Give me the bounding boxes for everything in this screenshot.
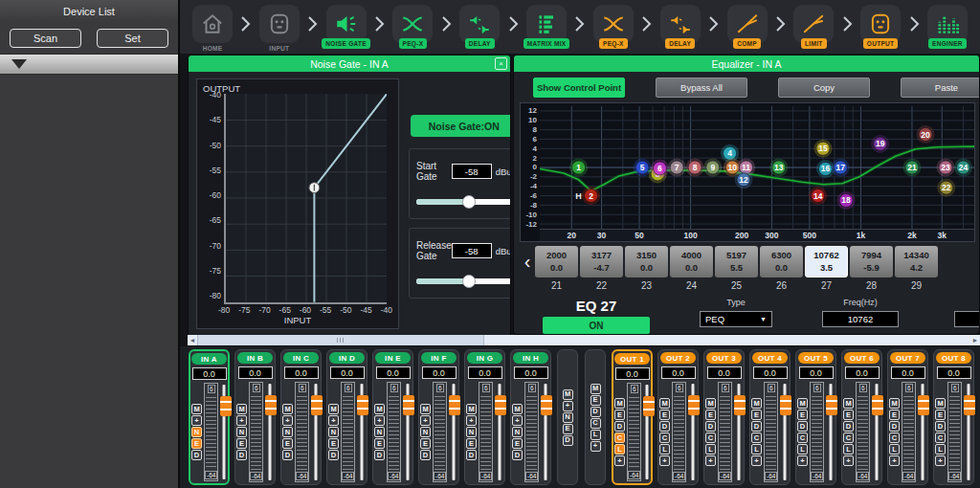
channel-button-l[interactable]: L xyxy=(659,444,670,455)
channel-button-n[interactable]: N xyxy=(282,427,293,437)
channel-button-e[interactable]: E xyxy=(659,410,670,420)
fader-handle[interactable] xyxy=(780,395,791,415)
eq-point-18[interactable]: 18 xyxy=(837,191,856,210)
channel-gain-value[interactable]: 0.0 xyxy=(707,366,742,379)
channel-button-n[interactable]: N xyxy=(328,427,339,437)
toolbar-item-enginer[interactable]: ENGINER xyxy=(924,5,970,49)
channel-button-d[interactable]: D xyxy=(659,421,670,432)
eq-band-26[interactable]: 63000.026 xyxy=(760,246,803,291)
master-strip-in[interactable]: M+NED xyxy=(557,349,578,485)
channel-button-m[interactable]: M xyxy=(236,404,247,414)
eq-point-8[interactable]: 8 xyxy=(686,159,704,177)
eq-point-20[interactable]: 20 xyxy=(917,125,935,144)
close-icon[interactable]: × xyxy=(495,57,507,70)
channel-strip-in-f[interactable]: IN F0.0M+NED6-64 xyxy=(418,349,459,485)
channel-button-c[interactable]: C xyxy=(614,433,625,443)
eq-point-24[interactable]: 24 xyxy=(954,159,972,177)
eq-point-14[interactable]: 14 xyxy=(809,187,827,205)
scan-button[interactable]: Scan xyxy=(10,29,81,48)
slider-thumb[interactable] xyxy=(462,195,476,209)
channel-button-l[interactable]: L xyxy=(797,444,808,455)
channel-button-d[interactable]: D xyxy=(282,450,293,460)
channel-button-e[interactable]: E xyxy=(751,410,762,420)
toolbar-item-noise-gate[interactable]: NOISE GATE xyxy=(323,5,369,49)
fader-handle[interactable] xyxy=(872,395,883,415)
channel-button-l[interactable]: L xyxy=(705,444,716,455)
gate-threshold-point[interactable] xyxy=(309,183,320,193)
channel-button-e[interactable]: E xyxy=(374,438,385,449)
channel-gain-value[interactable]: 0.0 xyxy=(891,366,925,379)
bypass-all-button[interactable]: Bypass All xyxy=(656,78,747,98)
eq-freq-input[interactable]: 10762 xyxy=(822,311,899,327)
fader-track[interactable] xyxy=(495,382,503,482)
channel-gain-value[interactable]: 0.0 xyxy=(284,366,319,379)
channel-strip-in-h[interactable]: IN H0.0M+NED6-64 xyxy=(510,349,551,485)
channel-button-plus[interactable]: + xyxy=(935,455,946,466)
fader-track[interactable] xyxy=(403,382,412,482)
eq-band-cell[interactable]: 143404.2 xyxy=(895,246,938,277)
toolbar-item-delay[interactable]: DELAY xyxy=(457,5,502,49)
channel-button-e[interactable]: E xyxy=(590,395,601,406)
eq-band-22[interactable]: 3177-4.722 xyxy=(580,246,623,291)
eq-band-cell[interactable]: 63000.0 xyxy=(760,246,803,277)
channel-button-c[interactable]: C xyxy=(590,418,601,429)
fader-handle[interactable] xyxy=(220,396,232,416)
channel-button-d[interactable]: D xyxy=(466,450,477,460)
fader-track[interactable] xyxy=(643,383,650,481)
channel-button-m[interactable]: M xyxy=(935,398,946,409)
fader-handle[interactable] xyxy=(918,395,929,415)
channel-button-d[interactable]: D xyxy=(889,421,900,432)
master-strip-out[interactable]: MEDCL+ xyxy=(585,349,606,485)
channel-button-e[interactable]: E xyxy=(512,438,523,449)
channel-strip-in-b[interactable]: IN B0.0M+NED6-64 xyxy=(234,349,276,485)
channel-button-d[interactable]: D xyxy=(705,421,716,432)
channel-gain-value[interactable]: 0.0 xyxy=(192,367,227,380)
channel-button-d[interactable]: D xyxy=(563,435,573,446)
eq-band-cell[interactable]: 20000.0 xyxy=(535,246,578,277)
eq-point-5[interactable]: 5 xyxy=(634,159,652,177)
channel-gain-value[interactable]: 0.0 xyxy=(615,367,650,380)
fader-handle[interactable] xyxy=(734,395,746,415)
set-button[interactable]: Set xyxy=(97,29,168,48)
channel-gain-value[interactable]: 0.0 xyxy=(799,366,834,379)
eq-band-cell[interactable]: 107623.5 xyxy=(805,246,848,277)
channel-button-e[interactable]: E xyxy=(563,424,573,434)
eq-band-23[interactable]: 31500.023 xyxy=(625,246,668,291)
fader-handle[interactable] xyxy=(688,395,700,415)
channel-button-m[interactable]: M xyxy=(282,404,293,414)
channel-button-plus[interactable]: + xyxy=(328,415,339,426)
channel-button-c[interactable]: C xyxy=(889,433,900,443)
show-control-point-button[interactable]: Show Control Point xyxy=(533,78,625,98)
release-gate-slider[interactable] xyxy=(416,278,511,284)
channel-button-plus[interactable]: + xyxy=(705,455,716,466)
channel-strip-in-g[interactable]: IN G0.0M+NED6-64 xyxy=(464,349,505,485)
channel-button-m[interactable]: M xyxy=(590,384,601,394)
channel-button-d[interactable]: D xyxy=(590,407,601,417)
channel-gain-value[interactable]: 0.0 xyxy=(661,366,696,379)
fader-handle[interactable] xyxy=(449,395,460,415)
channel-strip-out-1[interactable]: OUT 10.0MEDCL+6-64 xyxy=(612,349,653,485)
eq-q-input[interactable]: 1.0 xyxy=(954,311,980,327)
copy-button[interactable]: Copy xyxy=(778,78,870,98)
fader-track[interactable] xyxy=(688,382,697,482)
fader-track[interactable] xyxy=(826,382,835,482)
channel-button-m[interactable]: M xyxy=(889,398,900,409)
device-list-expander[interactable] xyxy=(0,54,178,75)
channel-strip-out-4[interactable]: OUT 40.0MEDCL+6-64 xyxy=(749,349,791,485)
channel-strip-in-c[interactable]: IN C0.0M+NED6-64 xyxy=(280,349,322,485)
channel-button-d[interactable]: D xyxy=(614,421,625,432)
channel-button-plus[interactable]: + xyxy=(282,415,293,426)
eq-plot-area[interactable]: 1H23456789101112131415161718192021222324… xyxy=(540,106,974,241)
channel-button-m[interactable]: M xyxy=(659,398,670,409)
paste-button[interactable]: Paste xyxy=(901,78,980,98)
eq-band-21[interactable]: 20000.021 xyxy=(535,246,578,291)
channel-button-e[interactable]: E xyxy=(191,438,202,449)
channel-button-m[interactable]: M xyxy=(614,398,625,409)
channel-button-m[interactable]: M xyxy=(751,398,762,409)
channel-button-l[interactable]: L xyxy=(935,444,946,455)
eq-band-24[interactable]: 40000.024 xyxy=(670,246,713,291)
channel-button-e[interactable]: E xyxy=(935,410,946,420)
eq-point-1[interactable]: 1 xyxy=(569,159,588,177)
channel-button-l[interactable]: L xyxy=(751,444,762,455)
channel-button-e[interactable]: E xyxy=(797,410,808,420)
